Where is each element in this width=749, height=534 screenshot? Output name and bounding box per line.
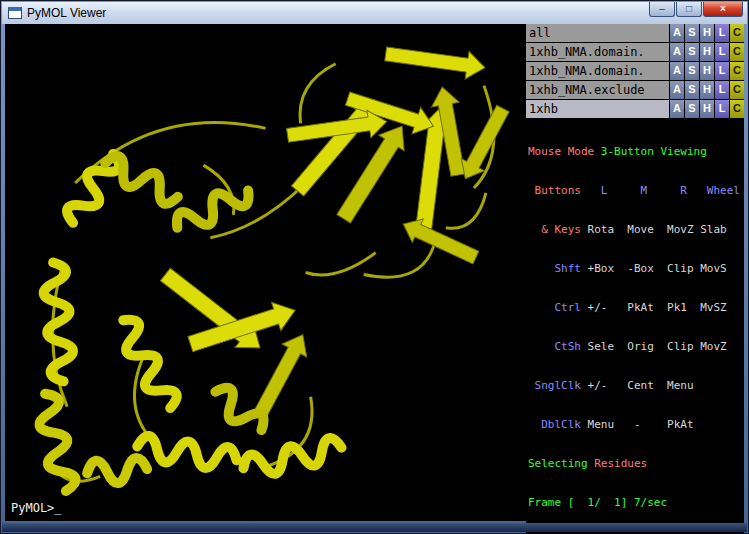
color-button[interactable]: C [730, 81, 744, 99]
frame-counter: Frame [ 1/ 1] 7/sec [528, 496, 667, 509]
frame-line: Frame [ 1/ 1] 7/sec [528, 496, 744, 509]
snglclk-line: SnglClk +/- Cent Menu [528, 379, 744, 392]
color-button[interactable]: C [730, 100, 744, 118]
object-row: 1xhb_NMA.domain. A S H L C [526, 62, 744, 80]
shift-label: Shft [528, 262, 581, 275]
app-icon [8, 7, 22, 19]
object-row: 1xhb_NMA.exclude A S H L C [526, 81, 744, 99]
action-button[interactable]: A [670, 24, 684, 42]
color-button[interactable]: C [730, 24, 744, 42]
hide-button[interactable]: H [700, 62, 714, 80]
object-row: 1xhb_NMA.domain. A S H L C [526, 43, 744, 61]
label-button[interactable]: L [715, 100, 729, 118]
show-button[interactable]: S [685, 62, 699, 80]
snglclk-label: SnglClk [528, 379, 581, 392]
ctsh-values: Sele Orig Clip MovZ [581, 340, 727, 353]
object-name[interactable]: 1xhb_NMA.domain. [526, 62, 669, 80]
command-prompt[interactable]: PyMOL>_ [11, 501, 62, 515]
hide-button[interactable]: H [700, 24, 714, 42]
minimize-button[interactable]: – [649, 2, 675, 17]
viewport-3d[interactable]: PyMOL>_ [5, 24, 526, 521]
window-content: PyMOL>_ all A S H L C 1xhb_NMA.domain. A… [5, 24, 744, 521]
dblclk-line: DblClk Menu - PkAt [528, 418, 744, 431]
color-button[interactable]: C [730, 43, 744, 61]
mouse-panel: Mouse Mode 3-Button Viewing Buttons L M … [526, 119, 744, 534]
object-name[interactable]: 1xhb [526, 100, 669, 118]
keys-line: & Keys Rota Move MovZ Slab [528, 223, 744, 236]
dblclk-label: DblClk [528, 418, 581, 431]
hide-button[interactable]: H [700, 81, 714, 99]
mouse-mode-value[interactable]: 3-Button Viewing [601, 145, 707, 158]
label-button[interactable]: L [715, 43, 729, 61]
show-button[interactable]: S [685, 100, 699, 118]
control-panel: all A S H L C 1xhb_NMA.domain. A S H L C… [526, 24, 744, 521]
show-button[interactable]: S [685, 81, 699, 99]
selecting-line: Selecting Residues [528, 457, 744, 470]
color-button[interactable]: C [730, 62, 744, 80]
keys-label: & Keys [528, 223, 581, 236]
action-button[interactable]: A [670, 62, 684, 80]
object-list: all A S H L C 1xhb_NMA.domain. A S H L C… [526, 24, 744, 119]
ctrl-label: Ctrl [528, 301, 581, 314]
object-name[interactable]: 1xhb_NMA.exclude [526, 81, 669, 99]
selecting-label[interactable]: Selecting [528, 457, 594, 470]
dblclk-values: Menu - PkAt [581, 418, 694, 431]
ctsh-label: CtSh [528, 340, 581, 353]
object-name[interactable]: all [526, 24, 669, 42]
hide-button[interactable]: H [700, 100, 714, 118]
action-button[interactable]: A [670, 43, 684, 61]
mouse-mode-label: Mouse Mode [528, 145, 601, 158]
snglclk-values: +/- Cent Menu [581, 379, 694, 392]
object-row-selected: 1xhb A S H L C [526, 100, 744, 118]
keys-values: Rota Move MovZ Slab [581, 223, 727, 236]
object-row: all A S H L C [526, 24, 744, 42]
maximize-button[interactable]: □ [676, 2, 702, 17]
close-button[interactable]: × [703, 2, 743, 17]
show-button[interactable]: S [685, 43, 699, 61]
pymol-window: PyMOL Viewer – □ × [0, 0, 749, 534]
action-button[interactable]: A [670, 81, 684, 99]
shift-values: +Box -Box Clip MovS [581, 262, 727, 275]
hide-button[interactable]: H [700, 43, 714, 61]
object-name[interactable]: 1xhb_NMA.domain. [526, 43, 669, 61]
buttons-label: Buttons [528, 184, 581, 197]
action-button[interactable]: A [670, 100, 684, 118]
ctsh-line: CtSh Sele Orig Clip MovZ [528, 340, 744, 353]
window-title: PyMOL Viewer [27, 6, 106, 20]
title-bar[interactable]: PyMOL Viewer – □ × [2, 2, 747, 24]
label-button[interactable]: L [715, 62, 729, 80]
ctrl-line: Ctrl +/- PkAt Pk1 MvSZ [528, 301, 744, 314]
shift-line: Shft +Box -Box Clip MovS [528, 262, 744, 275]
label-button[interactable]: L [715, 24, 729, 42]
show-button[interactable]: S [685, 24, 699, 42]
selecting-mode[interactable]: Residues [594, 457, 647, 470]
ctrl-values: +/- PkAt Pk1 MvSZ [581, 301, 727, 314]
mouse-mode-line: Mouse Mode 3-Button Viewing [528, 145, 744, 158]
label-button[interactable]: L [715, 81, 729, 99]
buttons-header-line: Buttons L M R Wheel [528, 184, 744, 197]
buttons-columns: L M R Wheel [581, 184, 740, 197]
protein-structure-icon [5, 24, 526, 521]
